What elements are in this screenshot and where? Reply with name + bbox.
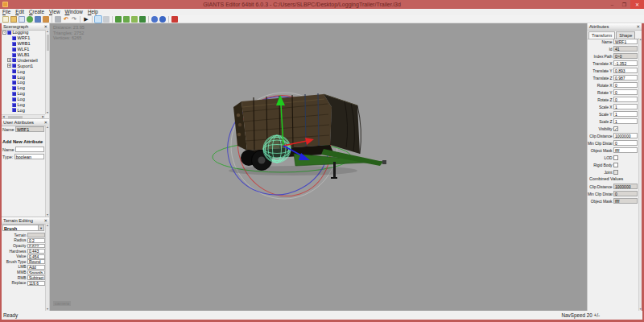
sidebar-item-log[interactable]: Log xyxy=(2,85,45,91)
sidebar-item-wlf1[interactable]: WLF1 xyxy=(2,47,45,52)
menu-create[interactable]: Create xyxy=(27,9,47,15)
combined-values-header: Combined Values xyxy=(588,175,638,183)
close-icon[interactable]: ✕ xyxy=(43,119,47,126)
terrain-paint-icon[interactable] xyxy=(131,16,138,23)
opacity-field[interactable]: 0.622 xyxy=(27,244,45,249)
sidebar-item-log[interactable]: Log xyxy=(2,97,45,102)
play-icon[interactable]: ▶ xyxy=(83,16,89,23)
maximize-button[interactable]: ❐ xyxy=(618,0,630,9)
rigid-body-checkbox[interactable] xyxy=(613,163,618,167)
scroll-down-icon[interactable]: ▼ xyxy=(46,111,49,114)
viewport-canvas[interactable] xyxy=(50,23,587,311)
rotate-z-field[interactable]: 0 xyxy=(613,97,638,102)
scale-y-field[interactable]: 1 xyxy=(613,111,638,117)
translate-x-field[interactable]: -1.352 xyxy=(613,60,638,66)
scrollbar-thumb[interactable] xyxy=(47,35,50,51)
terrain-field[interactable] xyxy=(27,233,45,237)
close-icon[interactable]: ✕ xyxy=(43,217,47,224)
rmb-field[interactable]: Subtract xyxy=(27,275,45,280)
reload-icon[interactable] xyxy=(27,16,33,23)
clip-distance-field[interactable]: 1000000 xyxy=(613,133,638,138)
scroll-up-icon[interactable]: ▲ xyxy=(46,30,49,33)
hardness-field[interactable]: 0.443 xyxy=(27,249,45,254)
sidebar-item-suport1[interactable]: +Suport1 xyxy=(2,63,45,68)
terrain-smooth-icon[interactable] xyxy=(123,16,130,23)
ua-new-name-input[interactable] xyxy=(15,147,44,152)
redo-icon[interactable]: ↷ xyxy=(71,16,77,23)
brush-type-field[interactable]: Round xyxy=(27,259,45,264)
menu-window[interactable]: Window xyxy=(63,9,85,15)
physics-icon[interactable] xyxy=(151,16,158,23)
name-field[interactable]: WRF1 xyxy=(613,39,638,44)
open-file-icon[interactable] xyxy=(10,16,17,23)
collapse-icon[interactable]: - xyxy=(2,31,6,35)
field-label: Scale Y xyxy=(588,112,613,117)
attributes-scrollbar[interactable]: ▲ ▼ xyxy=(638,38,642,311)
replace-field[interactable]: 119.6 xyxy=(27,281,45,286)
chevron-down-icon[interactable]: ▼ xyxy=(39,225,44,231)
minimize-button[interactable]: – xyxy=(606,0,618,9)
import-icon[interactable] xyxy=(55,16,61,23)
sidebar-item-log[interactable]: Log xyxy=(2,74,45,80)
new-file-icon[interactable] xyxy=(2,16,9,23)
attr-row-rotate-y: Rotate Y0 xyxy=(588,89,638,96)
scale-z-field[interactable]: 1 xyxy=(613,118,638,124)
scroll-up-icon[interactable]: ▲ xyxy=(639,38,642,41)
menu-view[interactable]: View xyxy=(47,9,63,15)
sidebar-item-log[interactable]: Log xyxy=(2,80,45,85)
close-icon[interactable]: ✕ xyxy=(636,23,640,30)
close-button[interactable]: ✕ xyxy=(630,0,644,9)
expand-icon[interactable]: + xyxy=(7,64,11,68)
scale-x-field[interactable]: 1 xyxy=(613,104,638,109)
menu-file[interactable]: File xyxy=(0,9,13,15)
error-log-icon[interactable] xyxy=(171,16,178,23)
menu-help[interactable]: Help xyxy=(85,9,101,15)
lmb-field[interactable]: Add xyxy=(27,265,45,270)
foliage-icon[interactable] xyxy=(139,16,146,23)
sidebar-item-wrb1[interactable]: WRB1 xyxy=(2,41,45,47)
translate-y-field[interactable]: 0.893 xyxy=(613,68,638,73)
rotate-y-field[interactable]: 0 xyxy=(613,89,638,95)
sidebar-item-log[interactable]: Log xyxy=(2,102,45,108)
undo-icon[interactable]: ↶ xyxy=(63,16,69,23)
value-field[interactable]: 0.454 xyxy=(27,254,45,259)
sidebar-item-logging[interactable]: -Logging xyxy=(2,30,45,35)
scroll-up-icon[interactable]: ▲ xyxy=(46,126,49,129)
mmb-field[interactable]: Smooth xyxy=(27,270,45,275)
save-all-icon[interactable] xyxy=(35,16,41,23)
translate-z-field[interactable]: 0.987 xyxy=(613,75,638,80)
sidebar-item-log[interactable]: Log xyxy=(2,107,45,113)
expand-icon[interactable]: + xyxy=(7,58,11,62)
viewport-3d[interactable]: Distance: 23.95 Triangles: 2752 Vertices… xyxy=(50,23,587,311)
menu-edit[interactable]: Edit xyxy=(13,9,27,15)
object-mask-field[interactable]: ffff xyxy=(613,147,638,153)
field-label: RMB xyxy=(2,276,27,280)
scroll-up-icon[interactable]: ▲ xyxy=(46,224,49,227)
rotate-x-field[interactable]: 0 xyxy=(613,82,638,88)
settings-icon[interactable] xyxy=(159,16,166,23)
ua-type-select[interactable]: boolean xyxy=(14,154,44,159)
lod-checkbox[interactable] xyxy=(613,155,618,160)
close-icon[interactable]: ✕ xyxy=(43,23,47,30)
terrain-mode-select[interactable]: Brush xyxy=(2,225,39,231)
focus-selected-icon[interactable] xyxy=(95,16,101,23)
scenegraph-vertical-scrollbar[interactable]: ▲ ▼ xyxy=(45,30,49,114)
terrain-sculpt-icon[interactable] xyxy=(115,16,122,23)
visibility-checkbox[interactable]: ✓ xyxy=(613,126,618,131)
field-label: Radius xyxy=(2,238,27,242)
radius-field[interactable]: 0.2 xyxy=(27,238,45,243)
joint-checkbox[interactable] xyxy=(613,170,618,175)
trailer-model[interactable] xyxy=(233,93,386,179)
sidebar-item-wrf1[interactable]: WRF1 xyxy=(2,35,45,41)
export-icon[interactable] xyxy=(43,16,49,23)
sidebar-item-log[interactable]: Log xyxy=(2,68,45,74)
ua-name-field[interactable]: WRF1 xyxy=(15,126,44,132)
terrain-editing-scrollbar[interactable]: ▲ ▼ xyxy=(45,224,49,311)
sidebar-item-log[interactable]: Log xyxy=(2,91,45,97)
status-message: Ready xyxy=(2,312,18,318)
save-file-icon[interactable] xyxy=(19,16,25,23)
terrain-row-hardness: Hardness0.443 xyxy=(2,249,45,254)
user-attributes-scrollbar[interactable]: ▲ ▼ xyxy=(45,126,49,217)
snap-icon[interactable] xyxy=(103,16,109,23)
min-clip-distance-field[interactable]: 0 xyxy=(613,140,638,146)
